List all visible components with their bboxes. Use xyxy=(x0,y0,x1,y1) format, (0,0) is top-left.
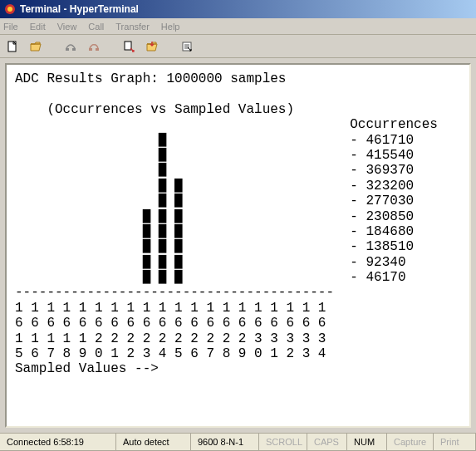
status-print: Print xyxy=(434,434,476,451)
tb-receive-icon[interactable] xyxy=(143,37,161,56)
statusbar: Connected 6:58:19 Auto detect 9600 8-N-1… xyxy=(0,433,476,451)
toolbar xyxy=(0,35,476,58)
svg-rect-4 xyxy=(72,48,76,51)
status-num: NUM xyxy=(347,434,387,451)
terminal-container: ADC Results Graph: 1000000 samples (Occu… xyxy=(0,58,476,433)
svg-rect-3 xyxy=(66,48,69,51)
menu-transfer[interactable]: Transfer xyxy=(115,22,150,32)
menu-call[interactable]: Call xyxy=(88,22,104,32)
tb-send-icon[interactable] xyxy=(120,37,138,56)
tb-properties-icon[interactable] xyxy=(178,37,196,56)
tb-open-icon[interactable] xyxy=(27,37,45,56)
menu-edit[interactable]: Edit xyxy=(30,22,46,32)
menu-file[interactable]: File xyxy=(3,22,18,32)
window-title: Terminal - HyperTerminal xyxy=(20,3,139,15)
status-capture: Capture xyxy=(387,434,434,451)
tb-connect-icon[interactable] xyxy=(61,37,80,56)
status-caps: CAPS xyxy=(307,434,347,451)
status-connected: Connected 6:58:19 xyxy=(0,434,116,451)
svg-rect-5 xyxy=(89,48,92,51)
app-icon xyxy=(3,2,17,16)
svg-point-1 xyxy=(7,7,12,12)
terminal-output[interactable]: ADC Results Graph: 1000000 samples (Occu… xyxy=(5,63,471,428)
tb-new-icon[interactable] xyxy=(3,37,22,56)
titlebar: Terminal - HyperTerminal xyxy=(0,0,476,18)
menubar: File Edit View Call Transfer Help xyxy=(0,18,476,35)
status-port: 9600 8-N-1 xyxy=(191,434,259,451)
menu-view[interactable]: View xyxy=(57,22,77,32)
status-detect: Auto detect xyxy=(116,434,191,451)
status-scroll: SCROLL xyxy=(259,434,307,451)
menu-help[interactable]: Help xyxy=(161,22,180,32)
svg-rect-6 xyxy=(96,48,99,51)
tb-disconnect-icon[interactable] xyxy=(85,37,103,56)
